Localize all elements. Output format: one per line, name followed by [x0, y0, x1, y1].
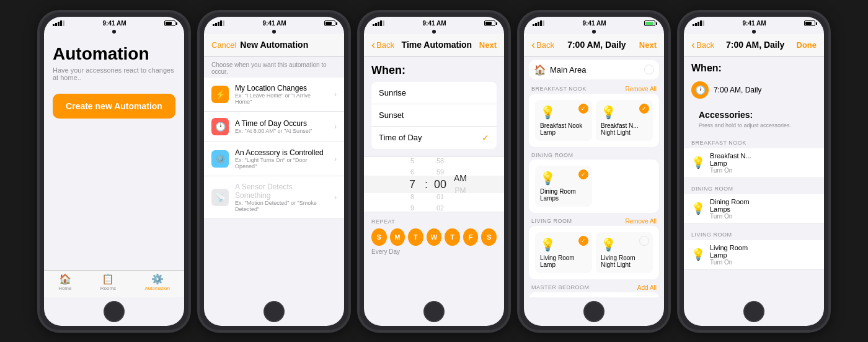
home-icon: 🏠: [59, 273, 71, 285]
ampm-picker-col[interactable]: AM PM: [454, 172, 467, 197]
phone-4: 9:41 AM Back 7:00 AM, Daily Next 🏠 Main …: [517, 10, 671, 333]
breakfast-nightlight-tile[interactable]: 💡 Breakfast N...Night Light: [596, 100, 653, 141]
minute-picker-col[interactable]: 57 58 59 00 01 02 03: [429, 156, 451, 212]
summary-dining-name: DINING ROOM: [691, 186, 733, 192]
day-wed[interactable]: W: [427, 228, 442, 246]
check-1[interactable]: [578, 104, 588, 114]
home-button-1[interactable]: [104, 301, 125, 322]
sunset-option[interactable]: Sunset: [371, 104, 497, 127]
time-of-day-option[interactable]: Time of Day ✓: [371, 127, 497, 149]
home-button-2[interactable]: [264, 301, 285, 322]
master-bedroom-card: 🛏️ Master Bed... ❄️ Master Bed...: [529, 292, 659, 297]
time-row: 🕐 7:00 AM, Daily: [691, 78, 817, 102]
home-button-5[interactable]: [743, 301, 764, 322]
chevron-icon: ›: [334, 90, 337, 99]
create-automation-button[interactable]: Create new Automation: [53, 94, 175, 119]
nav-bar-4: Back 7:00 AM, Daily Next: [524, 34, 664, 56]
sunrise-option[interactable]: Sunrise: [371, 82, 497, 104]
right-icons-1: [164, 20, 175, 26]
time-menu-item[interactable]: 🕐 A Time of Day Occurs Ex: "At 8:00 AM" …: [204, 112, 344, 142]
hour-picker-col[interactable]: 4 5 6 7 8 9 10: [401, 156, 423, 212]
done-button[interactable]: Done: [797, 40, 817, 50]
check-4[interactable]: [578, 236, 588, 246]
summary-bulb-3: 💡: [691, 248, 705, 261]
check-icon: ✓: [482, 133, 489, 143]
breakfast-nook-section: BREAKFAST NOOK Remove All 💡 Breakfast No…: [524, 82, 664, 147]
time-icon-summary: 🕐: [691, 81, 709, 99]
day-sun[interactable]: S: [371, 228, 387, 246]
day-fri[interactable]: F: [463, 228, 479, 246]
cancel-button[interactable]: Cancel: [211, 40, 236, 50]
check-3[interactable]: [578, 169, 588, 179]
status-bar-2: 9:41 AM: [204, 17, 344, 29]
location-item-text: My Location Changes Ex: "I Leave Home" o…: [235, 84, 328, 105]
location-menu-item[interactable]: ⚡ My Location Changes Ex: "I Leave Home"…: [204, 78, 344, 112]
living-lamp-tile[interactable]: 💡 Living RoomLamp: [535, 232, 592, 273]
summary-bulb-1: 💡: [691, 156, 705, 169]
back-button-5[interactable]: Back: [691, 39, 714, 50]
home-button-4[interactable]: [583, 301, 604, 322]
status-bar-5: 9:41 AM: [684, 17, 824, 29]
back-button-4[interactable]: Back: [531, 39, 554, 50]
accessory-item-sub: Ex: "Light Turns On" or "Door Opened": [235, 157, 328, 169]
time-automation-title: Time Automation: [402, 40, 472, 50]
summary-dining-item[interactable]: 💡 Dining RoomLamps Turn On: [684, 194, 824, 224]
battery-3: [484, 20, 495, 26]
summary-breakfast-header: BREAKFAST NOOK: [684, 132, 824, 148]
tab-home-label: Home: [58, 286, 71, 291]
back-button-3[interactable]: Back: [371, 39, 394, 50]
right-icons-2: [324, 20, 335, 26]
summary-dining-text: Dining RoomLamps Turn On: [710, 198, 817, 220]
accessories-nav-title: 7:00 AM, Daily: [567, 40, 626, 50]
time-2: 9:41 AM: [263, 20, 286, 27]
signal-2: [213, 20, 224, 26]
accessories-screen: 🏠 Main Area BREAKFAST NOOK Remove All: [524, 56, 664, 297]
next-button-3[interactable]: Next: [479, 40, 497, 50]
day-sat[interactable]: S: [481, 228, 497, 246]
check-2[interactable]: [639, 104, 649, 114]
phone-5: 9:41 AM Back 7:00 AM, Daily Done When: 🕐…: [677, 10, 831, 333]
phones-container: 9:41 AM Automation Have your accessories…: [31, 4, 837, 339]
living-nightlight-tile[interactable]: 💡 Living RoomNight Light: [596, 232, 653, 273]
signal-4: [533, 20, 544, 26]
master-bedroom-action[interactable]: Add All: [637, 284, 657, 291]
location-icon: ⚡: [211, 86, 229, 103]
day-thu[interactable]: T: [445, 228, 460, 246]
accessories-section-header: Accessories: Press and hold to adjust ac…: [684, 105, 824, 132]
new-automation-title: New Automation: [240, 40, 308, 50]
time-3: 9:41 AM: [423, 20, 446, 27]
breakfast-lamp-tile[interactable]: 💡 Breakfast NookLamp: [535, 100, 592, 141]
summary-breakfast-item[interactable]: 💡 Breakfast N...Lamp Turn On: [684, 148, 824, 178]
breakfast-nook-action[interactable]: Remove All: [625, 86, 657, 92]
tab-automation[interactable]: ⚙️ Automation: [144, 273, 169, 292]
tab-rooms[interactable]: 📋 Rooms: [100, 273, 116, 292]
breakfast-nook-label: BREAKFAST NOOK: [531, 86, 587, 92]
summary-nav-title: 7:00 AM, Daily: [726, 40, 784, 50]
tab-home[interactable]: 🏠 Home: [58, 273, 71, 292]
summary-living-item[interactable]: 💡 Living RoomLamp Turn On: [684, 240, 824, 270]
day-tue[interactable]: T: [408, 228, 423, 246]
day-mon[interactable]: M: [390, 228, 405, 246]
living-room-action[interactable]: Remove All: [625, 218, 657, 225]
living-room-label: LIVING ROOM: [531, 218, 572, 225]
accessory-menu-item[interactable]: ⚙️ An Accessory is Controlled Ex: "Light…: [204, 142, 344, 176]
time-1: 9:41 AM: [103, 20, 126, 27]
chevron-icon-4: ›: [334, 193, 337, 202]
battery-4: [644, 20, 655, 26]
dining-lamps-tile[interactable]: 💡 Dining RoomLamps: [535, 166, 592, 207]
home-button-3[interactable]: [423, 301, 445, 322]
sensor-icon: 📡: [211, 189, 229, 206]
time-picker[interactable]: 4 5 6 7 8 9 10 : 57 58 59: [364, 156, 504, 212]
menu-desc: Choose when you want this automation to …: [204, 56, 344, 78]
status-bar-1: 9:41 AM: [44, 17, 184, 29]
summary-living-header: LIVING ROOM: [684, 224, 824, 240]
sensor-menu-item: 📡 A Sensor Detects Something Ex: "Motion…: [204, 176, 344, 219]
day-circles: S M T W T F S: [371, 228, 497, 246]
next-button-4[interactable]: Next: [639, 40, 657, 50]
main-area-circle[interactable]: [644, 65, 654, 74]
chevron-icon-3: ›: [334, 155, 337, 163]
summary-living-text: Living RoomLamp Turn On: [710, 244, 817, 266]
check-5[interactable]: [639, 236, 649, 246]
right-icons-3: [484, 20, 495, 26]
time-item-sub: Ex: "At 8:00 AM" or "At Sunset": [235, 128, 328, 134]
